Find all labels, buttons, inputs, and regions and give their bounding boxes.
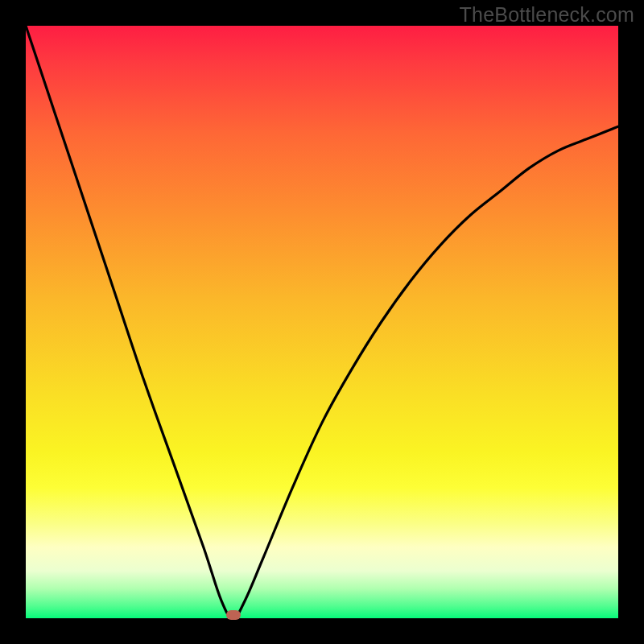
curve-svg	[26, 26, 618, 618]
bottleneck-curve-path	[26, 26, 618, 618]
chart-frame: TheBottleneck.com	[0, 0, 644, 644]
plot-area	[26, 26, 618, 618]
optimum-marker	[226, 610, 241, 620]
watermark-text: TheBottleneck.com	[460, 3, 634, 27]
